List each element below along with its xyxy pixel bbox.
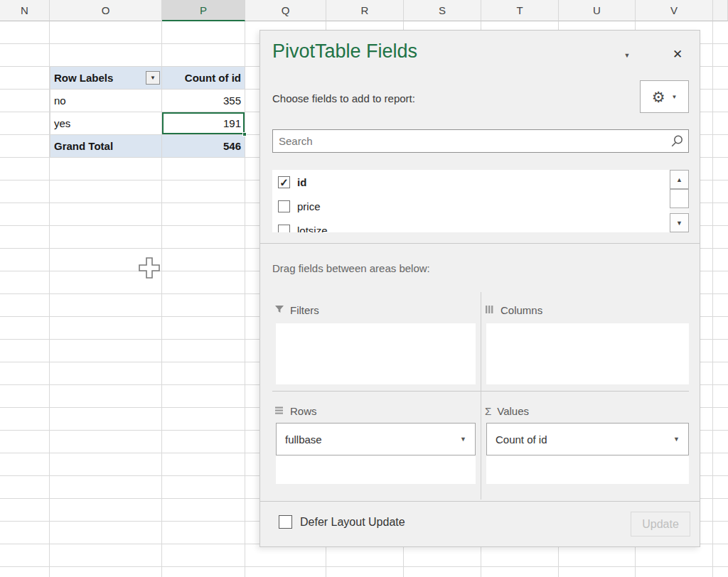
field-list-scrollbar[interactable]: ▲ ▼ [670,170,689,232]
dropdown-arrow-icon: ▼ [150,75,156,81]
pivot-fields-pane: PivotTable Fields ▼ ✕ Choose fields to a… [259,30,700,547]
rows-field-label: fullbase [285,433,322,446]
separator [260,243,700,244]
checkbox-unchecked[interactable] [278,225,290,233]
column-header-n[interactable]: N [0,0,50,21]
defer-layout-update-control[interactable]: Defer Layout Update [279,515,405,529]
pivot-row-labels-cell[interactable]: Row Labels ▼ [50,67,162,90]
filters-area-label: Filters [290,304,319,316]
field-item-id[interactable]: ✓ id [272,170,689,194]
chevron-down-icon: ▼ [624,52,631,59]
column-header-row: N O P Q R S T U V [0,0,728,21]
selected-cell[interactable]: 191 [162,112,245,135]
defer-label: Defer Layout Update [300,516,405,529]
selected-cell-value: 191 [223,117,241,129]
values-drop-area[interactable]: Count of id ▼ [486,423,689,484]
cell-cursor [138,257,161,282]
column-header-v[interactable]: V [636,0,713,21]
scroll-down-icon: ▼ [676,220,682,227]
filters-drop-area[interactable] [276,323,476,384]
pivot-header-row: Row Labels ▼ Count of id [50,67,245,90]
update-button-disabled[interactable]: Update [631,512,690,536]
field-label: id [297,176,306,188]
tools-button[interactable]: ⚙ ▼ [640,80,689,113]
column-header-r[interactable]: R [326,0,404,21]
chevron-down-icon: ▼ [671,94,677,100]
areas-vertical-divider [481,292,481,500]
search-icon [670,134,684,149]
separator [272,391,689,392]
pivot-values-header-cell[interactable]: Count of id [162,67,245,90]
pivot-grand-total-label-cell[interactable]: Grand Total [50,135,162,158]
defer-checkbox-unchecked[interactable] [279,515,292,529]
column-header-s[interactable]: S [404,0,481,21]
filters-area-header: Filters [274,304,319,316]
pivot-table: Row Labels ▼ Count of id no 355 yes 191 [50,67,245,158]
pivot-data-row: yes 191 [50,112,245,135]
search-input[interactable] [273,135,670,147]
pane-title: PivotTable Fields [272,41,417,63]
pivot-label-cell[interactable]: no [50,90,162,112]
values-area-header: Σ Values [485,405,529,417]
columns-area-label: Columns [500,304,542,316]
chevron-down-icon: ▼ [460,436,466,443]
columns-drop-area[interactable] [486,323,689,384]
scroll-up-icon: ▲ [676,176,682,183]
pivot-grand-total-value-cell[interactable]: 546 [162,135,245,158]
drag-fields-label: Drag fields between areas below: [272,262,430,274]
pivot-grand-total-row: Grand Total 546 [50,135,245,158]
checkmark-icon: ✓ [279,177,289,188]
separator [260,501,700,502]
pivot-label-cell[interactable]: yes [50,112,162,135]
pivot-data-row: no 355 [50,90,245,112]
rows-field-pill-fullbase[interactable]: fullbase ▼ [276,423,476,455]
gear-icon: ⚙ [652,90,665,104]
values-field-label: Count of id [496,433,547,446]
scroll-down-button[interactable]: ▼ [670,213,689,232]
filter-icon [274,304,284,316]
rows-area-label: Rows [290,405,317,417]
rows-drop-area[interactable]: fullbase ▼ [276,423,476,484]
sigma-icon: Σ [485,405,491,417]
values-field-pill-count-of-id[interactable]: Count of id ▼ [486,423,689,455]
column-header-u[interactable]: U [559,0,636,21]
excel-window: N O P Q R S T U V Row Labels ▼ [0,0,728,577]
pivot-row-labels-text: Row Labels [54,72,113,84]
pivot-filter-dropdown-button[interactable]: ▼ [146,71,160,85]
rows-icon [274,405,284,417]
column-header-t[interactable]: T [481,0,559,21]
chevron-down-icon: ▼ [673,436,680,443]
pivot-value-cell[interactable]: 355 [162,90,245,112]
field-item-lotsize[interactable]: lotsize [272,218,689,232]
scroll-up-button[interactable]: ▲ [670,170,689,189]
pane-close-button[interactable]: ✕ [668,45,687,63]
pivot-values-header-text: Count of id [185,72,241,84]
field-list: ✓ id price lotsize ▲ [272,170,689,232]
fill-handle[interactable] [242,132,247,136]
field-label: price [297,200,321,212]
rows-area-header: Rows [274,405,317,417]
values-area-label: Values [497,405,529,417]
column-header-p-selected[interactable]: P [162,0,245,21]
columns-area-header: Columns [485,304,542,316]
columns-icon [485,304,495,316]
column-header-q[interactable]: Q [245,0,326,21]
column-header-o[interactable]: O [50,0,162,21]
checkbox-checked[interactable]: ✓ [278,176,290,188]
field-item-price[interactable]: price [272,194,689,218]
close-icon: ✕ [673,47,682,62]
field-search-box [272,129,689,153]
choose-fields-label: Choose fields to add to report: [272,92,415,104]
scrollbar-thumb[interactable] [670,189,689,208]
column-header-partial[interactable] [713,0,728,21]
pane-options-button[interactable]: ▼ [618,46,636,65]
field-label: lotsize [297,225,328,233]
checkbox-unchecked[interactable] [278,200,290,212]
gridline [712,21,713,577]
